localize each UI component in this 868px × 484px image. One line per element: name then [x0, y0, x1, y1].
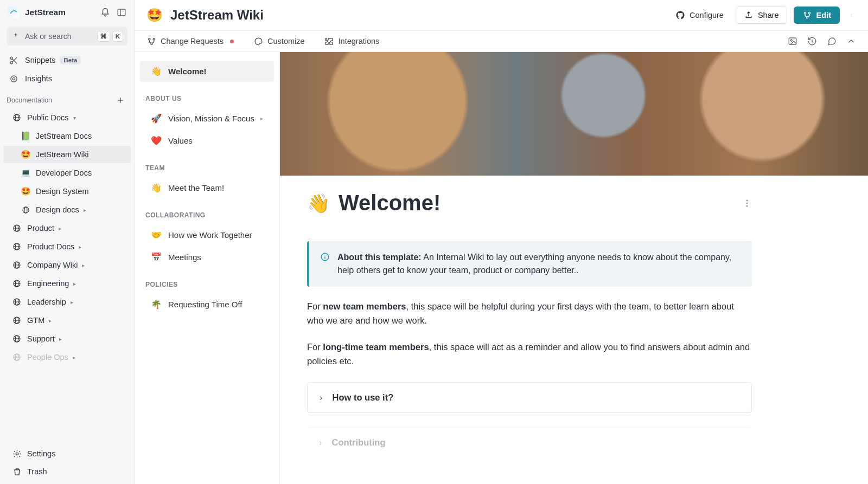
configure-button[interactable]: Configure	[670, 7, 729, 23]
page-nav-section: ABOUT US	[135, 83, 279, 107]
edit-button[interactable]: Edit	[794, 7, 840, 24]
tree-space[interactable]: Design docs▸	[3, 201, 131, 218]
page-header: 🤩 JetStream Wiki Configure Share Edit	[135, 0, 868, 31]
chevron-right-icon: ›	[320, 392, 323, 403]
expander-contributing[interactable]: › Contributing	[307, 427, 752, 457]
chevron-right-icon: ▸	[260, 115, 263, 121]
chevron-up-icon[interactable]	[846, 36, 856, 46]
notification-dot	[230, 40, 234, 43]
tree-public-docs[interactable]: Public Docs ▾	[3, 109, 131, 126]
chevron-down-icon: ▾	[73, 115, 76, 121]
tree-group[interactable]: GTM▸	[3, 312, 131, 329]
gear-icon	[12, 449, 22, 459]
sidebar-item-settings[interactable]: Settings	[3, 445, 131, 462]
svg-point-57	[324, 255, 326, 256]
plus-icon[interactable]	[116, 95, 125, 105]
chevron-right-icon: ▸	[49, 318, 52, 324]
globe-icon	[21, 205, 30, 215]
bell-icon[interactable]	[100, 8, 110, 17]
main: 🤩 JetStream Wiki Configure Share Edit Ch…	[135, 0, 868, 484]
svg-point-53	[746, 202, 748, 203]
sidebar-item-trash[interactable]: Trash	[3, 463, 131, 480]
chevron-right-icon: ▸	[79, 244, 81, 250]
page-nav-section: TEAM	[135, 152, 279, 176]
page-nav-item[interactable]: 🤝How we Work Together	[140, 224, 274, 246]
page-nav-item[interactable]: 🚀Vision, Mission & Focus▸	[140, 108, 274, 129]
sidebar: JetStream Ask or search ⌘ K Snippets Bet…	[0, 0, 135, 484]
globe-icon	[12, 113, 22, 122]
svg-point-7	[12, 78, 15, 80]
tree-group[interactable]: Company Wiki▸	[3, 256, 131, 274]
heart-icon: ❤️	[151, 135, 163, 146]
svg-point-46	[851, 16, 852, 16]
svg-point-44	[851, 14, 852, 15]
search-placeholder: Ask or search	[25, 32, 97, 41]
branch-icon	[802, 10, 812, 20]
page-nav-item[interactable]: 👋Meet the Team!	[140, 177, 274, 198]
share-button[interactable]: Share	[736, 7, 787, 24]
info-icon	[320, 252, 330, 262]
svg-point-41	[804, 12, 806, 14]
space-title: JetStream Wiki	[170, 8, 670, 23]
tree-group[interactable]: Leadership▸	[3, 293, 131, 311]
svg-point-40	[16, 453, 18, 455]
tree-space[interactable]: 💻Developer Docs	[3, 164, 131, 182]
tree-space[interactable]: 🤩Design System	[3, 183, 131, 200]
tab-customize[interactable]: Customize	[253, 36, 305, 46]
tree-group[interactable]: Support▸	[3, 330, 131, 347]
sidebar-item-label: Insights	[25, 74, 52, 83]
panel-icon[interactable]	[117, 8, 126, 17]
globe-icon	[12, 279, 22, 288]
tree-group[interactable]: People Ops▸	[3, 349, 131, 366]
page-nav-item[interactable]: 📅Meetings	[140, 247, 274, 268]
page-title-row: 👋 Welcome!	[307, 191, 752, 215]
github-icon	[675, 10, 685, 20]
tree-group[interactable]: Product Docs▸	[3, 238, 131, 255]
tree-group[interactable]: Engineering▸	[3, 275, 131, 292]
page-title: Welcome!	[339, 191, 742, 215]
sidebar-item-insights[interactable]: Insights	[0, 69, 134, 88]
globe-icon	[12, 315, 22, 325]
palette-icon	[253, 36, 263, 46]
svg-point-54	[746, 205, 748, 206]
page-nav-section: COLLABORATING	[135, 199, 279, 223]
workspace-switcher[interactable]: JetStream	[0, 0, 134, 24]
sidebar-item-snippets[interactable]: Snippets Beta	[0, 51, 134, 69]
expander-how-to-use[interactable]: › How to use it?	[307, 382, 752, 413]
globe-icon	[12, 297, 22, 307]
page-nav-item[interactable]: 🌴Requesting Time Off	[140, 294, 274, 315]
page-nav-item[interactable]: 👋Welcome!	[140, 61, 274, 82]
tab-integrations[interactable]: Integrations	[324, 36, 380, 46]
share-icon	[744, 10, 754, 20]
sidebar-item-label: Snippets	[25, 56, 55, 64]
page-nav-item[interactable]: ❤️Values	[140, 130, 274, 151]
kbd-k: K	[112, 31, 123, 42]
handshake-icon: 🤝	[151, 230, 163, 240]
comment-icon[interactable]	[827, 36, 837, 46]
star-eyes-icon: 🤩	[21, 150, 30, 159]
svg-point-48	[153, 38, 155, 40]
globe-icon	[12, 352, 22, 362]
search-input[interactable]: Ask or search ⌘ K	[7, 27, 127, 46]
chevron-right-icon: ▸	[82, 262, 85, 268]
wave-icon: 👋	[151, 66, 163, 76]
svg-point-3	[10, 61, 12, 63]
more-icon[interactable]	[846, 10, 856, 20]
tree-space[interactable]: 🤩JetStream Wiki	[3, 146, 131, 163]
svg-point-43	[806, 16, 808, 18]
beta-badge: Beta	[60, 56, 81, 64]
tree-group[interactable]: Product▸	[3, 220, 131, 237]
more-icon[interactable]	[742, 198, 752, 208]
workspace-name: JetStream	[25, 8, 100, 17]
history-icon[interactable]	[807, 36, 817, 46]
callout-text: About this template: An Internal Wiki to…	[337, 251, 741, 277]
docs-section-header: Documentation	[0, 88, 134, 108]
svg-point-49	[150, 43, 152, 44]
tab-change-requests[interactable]: Change Requests	[146, 36, 234, 46]
space-emoji: 🤩	[146, 8, 163, 23]
svg-rect-0	[118, 9, 125, 16]
image-icon[interactable]	[788, 36, 797, 46]
svg-point-47	[148, 38, 150, 40]
content-area: 👋Welcome! ABOUT US 🚀Vision, Mission & Fo…	[135, 52, 868, 484]
tree-space[interactable]: 📗JetStream Docs	[3, 127, 131, 145]
